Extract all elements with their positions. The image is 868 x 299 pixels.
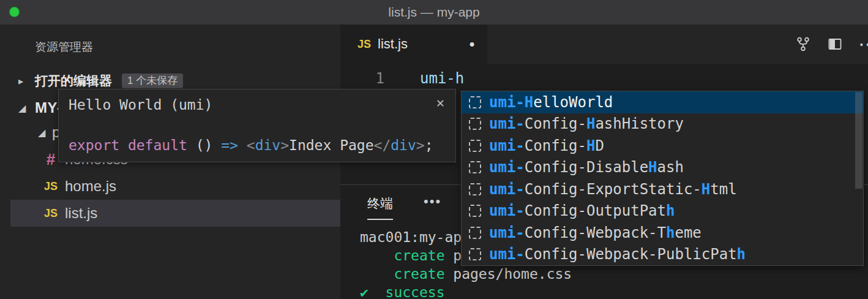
more-actions-icon[interactable]: ⋯	[858, 36, 868, 53]
suggestion-label: umi-Config-Webpack-PublicPath	[489, 246, 746, 263]
hover-code: export default () => <div>Index Page</di…	[69, 137, 433, 153]
suggestion-label: umi-HelloWorld	[489, 94, 613, 111]
file-name: home.js	[65, 178, 116, 195]
file-name: list.js	[65, 205, 97, 222]
git-fork-icon[interactable]	[795, 36, 812, 53]
traffic-light-green-button[interactable]	[9, 7, 20, 17]
suggestion-label: umi-Config-Webpack-Theme	[489, 224, 702, 241]
suggestion-item[interactable]: umi-Config-OutputPath	[462, 200, 863, 222]
suggestion-item[interactable]: umi-Config-HD	[462, 135, 863, 157]
dirty-indicator[interactable]: ●	[469, 39, 475, 50]
js-file-icon: JS	[357, 38, 371, 51]
suggest-widget: umi-HelloWorldumi-Config-HashHistoryumi-…	[461, 91, 864, 266]
chevron-expanded-icon: ◢	[18, 102, 29, 114]
suggestion-label: umi-Config-HD	[489, 137, 604, 154]
chevron-expanded-icon: ◢	[38, 127, 49, 138]
snippet-icon	[469, 118, 481, 130]
hover-widget: Hello World (umi) ✕ export default () =>…	[58, 89, 456, 162]
hover-title: Hello World (umi)	[69, 97, 212, 113]
suggestion-item[interactable]: umi-HelloWorld	[462, 91, 863, 113]
suggestion-label: umi-Config-HashHistory	[489, 115, 684, 132]
titlebar: list.js — my-app	[0, 0, 868, 25]
js-file-icon: JS	[40, 207, 61, 220]
window-title: list.js — my-app	[0, 0, 868, 25]
panel-more-icon[interactable]: •••	[424, 194, 441, 210]
snippet-icon	[469, 183, 481, 195]
suggestion-item[interactable]: umi-Config-Webpack-Theme	[462, 222, 863, 244]
suggestion-label: umi-Config-ExportStatic-Html	[489, 181, 737, 198]
snippet-icon	[469, 227, 481, 239]
snippet-icon	[469, 161, 481, 173]
close-icon[interactable]: ✕	[436, 95, 444, 110]
editor-code[interactable]: umi-h	[420, 67, 464, 89]
tab-terminal[interactable]: 终端	[367, 195, 393, 220]
editor-line-1: 1 umi-h	[340, 67, 464, 89]
snippet-icon	[469, 248, 481, 260]
suggestion-label: umi-Config-DisableHash	[489, 159, 684, 176]
suggestion-item[interactable]: umi-Config-ExportStatic-Html	[462, 178, 863, 200]
tab-label: list.js	[378, 36, 408, 52]
open-editors-label: 打开的编辑器	[35, 72, 112, 89]
editor-actions: ⋯	[795, 25, 868, 64]
snippet-icon	[469, 96, 481, 108]
tree-item-list.js[interactable]: JSlist.js	[0, 200, 340, 227]
tree-item-home.js[interactable]: JShome.js	[0, 173, 340, 200]
chevron-collapsed-icon: ▸	[18, 75, 29, 87]
vscode-window: list.js — my-app 资源管理器 ▸ 打开的编辑器 1 个未保存 ◢…	[0, 0, 868, 299]
suggestion-item[interactable]: umi-Config-Webpack-PublicPath	[462, 244, 863, 266]
tab-list-js[interactable]: JS list.js ●	[340, 25, 487, 64]
split-editor-icon[interactable]	[826, 36, 844, 53]
snippet-icon	[469, 205, 481, 217]
tab-bar: JS list.js ● ⋯	[340, 25, 868, 64]
suggestion-item[interactable]: umi-Config-DisableHash	[462, 157, 863, 179]
snippet-icon	[469, 140, 481, 152]
scrollbar-thumb[interactable]	[855, 92, 862, 189]
line-number: 1	[340, 67, 384, 89]
unsaved-count-badge: 1 个未保存	[122, 74, 183, 89]
suggestion-label: umi-Config-OutputPath	[489, 202, 675, 219]
suggestion-item[interactable]: umi-Config-HashHistory	[462, 113, 863, 135]
terminal-line: ✔ success	[360, 283, 572, 299]
explorer-title: 资源管理器	[35, 39, 93, 55]
js-file-icon: JS	[40, 180, 61, 193]
suggest-list: umi-HelloWorldumi-Config-HashHistoryumi-…	[462, 91, 863, 265]
terminal-line: create pages/home.css	[360, 265, 572, 283]
